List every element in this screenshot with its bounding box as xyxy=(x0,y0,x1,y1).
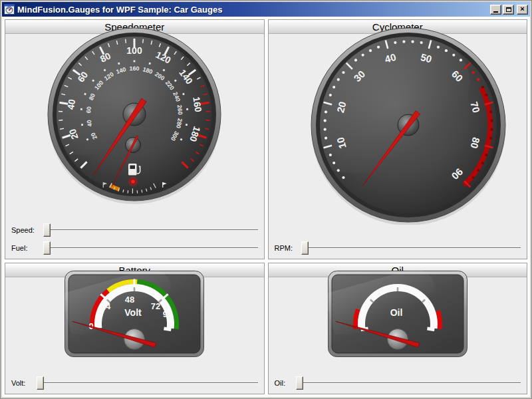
svg-text:48: 48 xyxy=(125,295,134,305)
panel-battery: Battery 024487296Volt Volt: xyxy=(5,263,265,394)
unit-label: Volt xyxy=(125,307,142,318)
oil-slider-row: Oil: xyxy=(275,376,521,390)
fuel-slider-track[interactable] xyxy=(43,247,258,249)
speed-slider-row: Speed: xyxy=(11,223,258,237)
cyclometer-gauge: 102030405060708090 xyxy=(309,25,508,225)
panel-oil: Oil Oil Oil: xyxy=(268,263,528,394)
rpm-slider-row: RPM: xyxy=(275,241,521,255)
panel-cyclometer: Cyclometer 102030405060708090 RPM: xyxy=(268,19,528,259)
svg-text:24: 24 xyxy=(101,301,111,311)
window-title: MindFusion.Gauges for WPF Sample: Car Ga… xyxy=(17,5,487,15)
speed-slider-label: Speed: xyxy=(11,226,43,234)
speed-slider-track[interactable] xyxy=(43,229,258,231)
oil-slider-thumb[interactable] xyxy=(296,376,303,390)
svg-text:60: 60 xyxy=(85,106,92,114)
svg-text:96: 96 xyxy=(163,309,172,319)
volt-slider-label: Volt: xyxy=(11,379,37,387)
unit-label: Oil xyxy=(390,307,402,318)
close-icon: × xyxy=(520,5,524,13)
oil-slider[interactable] xyxy=(296,376,521,390)
minimize-icon xyxy=(493,11,498,13)
svg-text:260: 260 xyxy=(176,104,184,115)
oil-gauge: Oil xyxy=(328,271,467,357)
close-button[interactable]: × xyxy=(517,5,528,15)
rpm-slider-thumb[interactable] xyxy=(301,241,309,255)
battery-gauge: 024487296Volt xyxy=(65,271,204,357)
volt-slider-thumb[interactable] xyxy=(37,376,44,390)
svg-text:160: 160 xyxy=(130,65,140,72)
fuel-slider-thumb[interactable] xyxy=(43,241,51,255)
fuel-warning-light xyxy=(131,179,136,184)
speedometer-gauge: 2040608010012014016018020406080100120140… xyxy=(44,24,225,205)
gauge-icon xyxy=(4,4,15,15)
rpm-slider-label: RPM: xyxy=(275,244,301,252)
volt-slider-row: Volt: xyxy=(11,376,258,390)
client-area: Speedometer 2040608010012014016018020406… xyxy=(2,17,530,397)
svg-text:100: 100 xyxy=(127,45,143,56)
volt-slider-track[interactable] xyxy=(37,382,258,384)
oil-slider-track[interactable] xyxy=(296,382,521,384)
svg-text:40: 40 xyxy=(65,98,77,110)
speed-slider-thumb[interactable] xyxy=(43,223,51,237)
svg-text:40: 40 xyxy=(86,120,94,128)
maximize-icon xyxy=(506,7,511,12)
app-window: MindFusion.Gauges for WPF Sample: Car Ga… xyxy=(0,0,532,399)
fuel-slider-row: Fuel: xyxy=(11,241,258,255)
minimize-button[interactable] xyxy=(490,5,501,15)
oil-slider-label: Oil: xyxy=(275,379,296,387)
svg-text:72: 72 xyxy=(151,301,160,311)
volt-slider[interactable] xyxy=(37,376,258,390)
rpm-slider-track[interactable] xyxy=(301,247,521,249)
fuel-slider-label: Fuel: xyxy=(11,244,43,252)
maximize-button[interactable] xyxy=(503,5,514,15)
rpm-slider[interactable] xyxy=(301,241,521,255)
fuel-slider[interactable] xyxy=(43,241,258,255)
panel-speedometer: Speedometer 2040608010012014016018020406… xyxy=(5,19,265,259)
title-bar[interactable]: MindFusion.Gauges for WPF Sample: Car Ga… xyxy=(2,2,530,17)
speed-slider[interactable] xyxy=(43,223,258,237)
